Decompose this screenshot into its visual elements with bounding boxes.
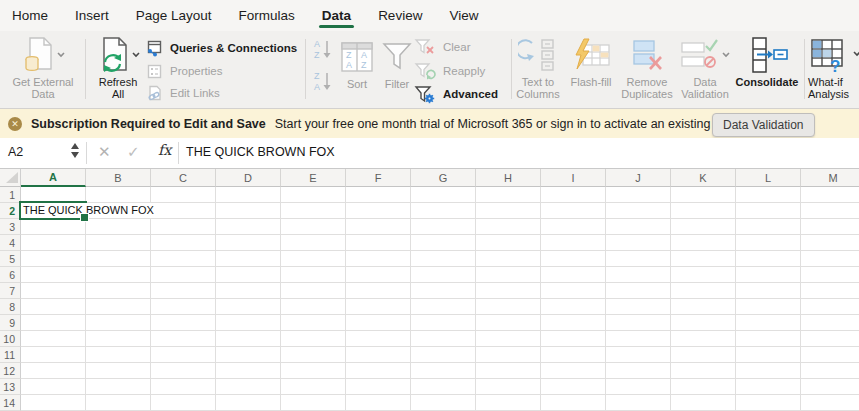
cell-K4[interactable] bbox=[671, 235, 736, 251]
cell-E8[interactable] bbox=[281, 299, 346, 315]
cell-K10[interactable] bbox=[671, 331, 736, 347]
cell-D6[interactable] bbox=[216, 267, 281, 283]
cell-G14[interactable] bbox=[411, 395, 476, 411]
cell-K8[interactable] bbox=[671, 299, 736, 315]
cell-J7[interactable] bbox=[606, 283, 671, 299]
cell-H8[interactable] bbox=[476, 299, 541, 315]
cell-F10[interactable] bbox=[346, 331, 411, 347]
cell-L3[interactable] bbox=[736, 219, 801, 235]
row-header-11[interactable]: 11 bbox=[0, 347, 21, 363]
column-header-C[interactable]: C bbox=[151, 169, 216, 187]
filter-button[interactable]: Filter bbox=[378, 37, 416, 90]
cell-D14[interactable] bbox=[216, 395, 281, 411]
row-header-7[interactable]: 7 bbox=[0, 283, 21, 299]
cell-K14[interactable] bbox=[671, 395, 736, 411]
cell-G8[interactable] bbox=[411, 299, 476, 315]
consolidate-button[interactable]: Consolidate bbox=[734, 35, 800, 88]
cancel-icon[interactable]: ✕ bbox=[98, 143, 111, 161]
cell-H14[interactable] bbox=[476, 395, 541, 411]
cell-C1[interactable] bbox=[151, 187, 216, 203]
enter-icon[interactable]: ✓ bbox=[127, 143, 140, 161]
cell-J4[interactable] bbox=[606, 235, 671, 251]
cell-K7[interactable] bbox=[671, 283, 736, 299]
cell-G9[interactable] bbox=[411, 315, 476, 331]
data-validation-button[interactable]: Data Validation bbox=[676, 35, 734, 100]
cell-B11[interactable] bbox=[86, 347, 151, 363]
cell-B10[interactable] bbox=[86, 331, 151, 347]
remove-duplicates-button[interactable]: Remove Duplicates bbox=[616, 35, 678, 100]
cell-F12[interactable] bbox=[346, 363, 411, 379]
cell-D13[interactable] bbox=[216, 379, 281, 395]
cell-G12[interactable] bbox=[411, 363, 476, 379]
cell-I13[interactable] bbox=[541, 379, 606, 395]
column-header-G[interactable]: G bbox=[411, 169, 476, 187]
cell-H6[interactable] bbox=[476, 267, 541, 283]
cell-E13[interactable] bbox=[281, 379, 346, 395]
cell-E6[interactable] bbox=[281, 267, 346, 283]
cell-E7[interactable] bbox=[281, 283, 346, 299]
cell-I4[interactable] bbox=[541, 235, 606, 251]
cell-C6[interactable] bbox=[151, 267, 216, 283]
column-header-F[interactable]: F bbox=[346, 169, 411, 187]
column-header-H[interactable]: H bbox=[476, 169, 541, 187]
cell-G4[interactable] bbox=[411, 235, 476, 251]
cell-E1[interactable] bbox=[281, 187, 346, 203]
cell-I9[interactable] bbox=[541, 315, 606, 331]
cell-C5[interactable] bbox=[151, 251, 216, 267]
cell-B6[interactable] bbox=[86, 267, 151, 283]
row-header-5[interactable]: 5 bbox=[0, 251, 21, 267]
cell-B3[interactable] bbox=[86, 219, 151, 235]
cell-E14[interactable] bbox=[281, 395, 346, 411]
cell-A10[interactable] bbox=[21, 331, 86, 347]
cell-E5[interactable] bbox=[281, 251, 346, 267]
cell-J9[interactable] bbox=[606, 315, 671, 331]
cell-I5[interactable] bbox=[541, 251, 606, 267]
cell-I3[interactable] bbox=[541, 219, 606, 235]
column-header-L[interactable]: L bbox=[736, 169, 801, 187]
cell-A12[interactable] bbox=[21, 363, 86, 379]
tab-insert[interactable]: Insert bbox=[74, 2, 110, 29]
cell-H4[interactable] bbox=[476, 235, 541, 251]
column-header-J[interactable]: J bbox=[606, 169, 671, 187]
cell-G1[interactable] bbox=[411, 187, 476, 203]
cell-H7[interactable] bbox=[476, 283, 541, 299]
cell-C3[interactable] bbox=[151, 219, 216, 235]
row-header-4[interactable]: 4 bbox=[0, 235, 21, 251]
cell-H3[interactable] bbox=[476, 219, 541, 235]
cell-B1[interactable] bbox=[86, 187, 151, 203]
column-header-I[interactable]: I bbox=[541, 169, 606, 187]
row-header-9[interactable]: 9 bbox=[0, 315, 21, 331]
cell-C9[interactable] bbox=[151, 315, 216, 331]
what-if-analysis-button[interactable]: ? What-if Analysis bbox=[808, 35, 859, 100]
tab-data[interactable]: Data bbox=[321, 2, 352, 29]
cell-J10[interactable] bbox=[606, 331, 671, 347]
cell-G10[interactable] bbox=[411, 331, 476, 347]
cell-C8[interactable] bbox=[151, 299, 216, 315]
cell-K12[interactable] bbox=[671, 363, 736, 379]
sort-ascending-button[interactable]: A Z bbox=[312, 39, 334, 59]
column-header-B[interactable]: B bbox=[86, 169, 151, 187]
cell-M2[interactable] bbox=[801, 203, 859, 219]
flash-fill-button[interactable]: Flash-fill bbox=[566, 35, 616, 88]
refresh-all-button[interactable]: Refresh All bbox=[92, 35, 144, 100]
cell-B13[interactable] bbox=[86, 379, 151, 395]
cell-L2[interactable] bbox=[736, 203, 801, 219]
cell-B14[interactable] bbox=[86, 395, 151, 411]
cell-F11[interactable] bbox=[346, 347, 411, 363]
properties-button[interactable]: Properties bbox=[146, 61, 222, 81]
tab-review[interactable]: Review bbox=[377, 2, 423, 29]
cell-M4[interactable] bbox=[801, 235, 859, 251]
cell-C4[interactable] bbox=[151, 235, 216, 251]
row-header-2[interactable]: 2 bbox=[0, 203, 21, 219]
text-to-columns-button[interactable]: Text to Columns bbox=[512, 35, 564, 100]
cell-B7[interactable] bbox=[86, 283, 151, 299]
cell-F4[interactable] bbox=[346, 235, 411, 251]
row-header-1[interactable]: 1 bbox=[0, 187, 21, 203]
cell-C14[interactable] bbox=[151, 395, 216, 411]
cell-G2[interactable] bbox=[411, 203, 476, 219]
cell-G11[interactable] bbox=[411, 347, 476, 363]
cell-L8[interactable] bbox=[736, 299, 801, 315]
cell-A11[interactable] bbox=[21, 347, 86, 363]
cell-L13[interactable] bbox=[736, 379, 801, 395]
cell-I11[interactable] bbox=[541, 347, 606, 363]
